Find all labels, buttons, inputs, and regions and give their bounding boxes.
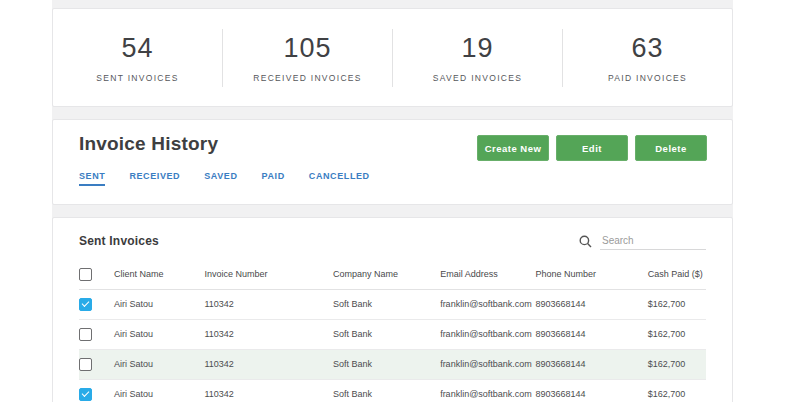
table-cell: franklin@softbank.com — [440, 319, 535, 349]
table-cell: $162,700 — [648, 289, 706, 319]
table-cell: franklin@softbank.com — [440, 349, 535, 379]
table-cell: Soft Bank — [333, 379, 440, 402]
history-tabs: SENTRECEIVEDSAVEDPAIDCANCELLED — [79, 171, 706, 186]
column-header: Company Name — [333, 260, 440, 289]
table-cell: $162,700 — [648, 319, 706, 349]
table-row[interactable]: Airi Satou110342Soft Bankfranklin@softba… — [79, 379, 706, 402]
select-all-header — [79, 260, 114, 289]
row-checkbox[interactable] — [79, 388, 92, 401]
row-checkbox[interactable] — [79, 298, 92, 311]
table-row[interactable]: Airi Satou110342Soft Bankfranklin@softba… — [79, 319, 706, 349]
table-toolbar: Sent Invoices — [79, 218, 706, 260]
table-cell: Soft Bank — [333, 319, 440, 349]
create-new-button[interactable]: Create New — [477, 135, 549, 161]
table-header-row: Client NameInvoice NumberCompany NameEma… — [79, 260, 706, 289]
stat-value: 54 — [121, 33, 153, 64]
table-cell: 8903668144 — [535, 379, 647, 402]
delete-button[interactable]: Delete — [635, 135, 707, 161]
tab-cancelled[interactable]: CANCELLED — [309, 171, 370, 186]
search-box — [579, 232, 706, 250]
table-cell: 110342 — [204, 319, 333, 349]
table-cell: Airi Satou — [114, 349, 204, 379]
row-checkbox-cell — [79, 379, 114, 402]
table-cell: Airi Satou — [114, 319, 204, 349]
table-cell: 8903668144 — [535, 319, 647, 349]
row-checkbox[interactable] — [79, 358, 92, 371]
stats-card: 54 SENT INVOICES 105 RECEIVED INVOICES 1… — [52, 8, 733, 107]
table-cell: Soft Bank — [333, 289, 440, 319]
row-checkbox-cell — [79, 289, 114, 319]
content-column: 54 SENT INVOICES 105 RECEIVED INVOICES 1… — [52, 0, 733, 402]
page: 54 SENT INVOICES 105 RECEIVED INVOICES 1… — [0, 0, 800, 402]
invoices-table: Client NameInvoice NumberCompany NameEma… — [79, 260, 706, 402]
table-row[interactable]: Airi Satou110342Soft Bankfranklin@softba… — [79, 349, 706, 379]
column-header: Client Name — [114, 260, 204, 289]
table-cell: Soft Bank — [333, 349, 440, 379]
table-cell: 110342 — [204, 289, 333, 319]
column-header: Cash Paid ($) — [648, 260, 706, 289]
column-header: Phone Number — [535, 260, 647, 289]
table-title: Sent Invoices — [79, 234, 159, 248]
table-row[interactable]: Airi Satou110342Soft Bankfranklin@softba… — [79, 289, 706, 319]
column-header: Email Address — [440, 260, 535, 289]
table-cell: 8903668144 — [535, 349, 647, 379]
stat-item: 63 PAID INVOICES — [562, 29, 732, 87]
search-icon — [579, 235, 592, 248]
invoice-history-card: Invoice History Create NewEditDelete SEN… — [52, 119, 733, 205]
table-card: Sent Invoices Client NameInvoice Numbe — [52, 217, 733, 402]
stat-label: SAVED INVOICES — [433, 73, 522, 83]
tab-sent[interactable]: SENT — [79, 171, 105, 186]
select-all-checkbox[interactable] — [79, 268, 92, 281]
stat-item: 54 SENT INVOICES — [53, 29, 222, 87]
row-checkbox-cell — [79, 349, 114, 379]
stat-item: 19 SAVED INVOICES — [392, 29, 562, 87]
search-input[interactable] — [600, 232, 706, 250]
table-cell: 8903668144 — [535, 289, 647, 319]
column-header: Invoice Number — [204, 260, 333, 289]
stat-label: RECEIVED INVOICES — [253, 73, 362, 83]
action-buttons: Create NewEditDelete — [477, 135, 707, 161]
table-cell: Airi Satou — [114, 379, 204, 402]
stat-label: SENT INVOICES — [96, 73, 178, 83]
tab-saved[interactable]: SAVED — [204, 171, 237, 186]
stat-value: 19 — [461, 33, 493, 64]
row-checkbox[interactable] — [79, 328, 92, 341]
table-cell: 110342 — [204, 379, 333, 402]
table-cell: $162,700 — [648, 349, 706, 379]
stat-label: PAID INVOICES — [608, 73, 687, 83]
table-cell: 110342 — [204, 349, 333, 379]
table-cell: franklin@softbank.com — [440, 289, 535, 319]
table-cell: $162,700 — [648, 379, 706, 402]
tab-paid[interactable]: PAID — [262, 171, 285, 186]
stat-value: 63 — [631, 33, 663, 64]
table-cell: franklin@softbank.com — [440, 379, 535, 402]
table-cell: Airi Satou — [114, 289, 204, 319]
stat-value: 105 — [283, 33, 331, 64]
stat-item: 105 RECEIVED INVOICES — [222, 29, 392, 87]
table-body: Airi Satou110342Soft Bankfranklin@softba… — [79, 289, 706, 402]
tab-received[interactable]: RECEIVED — [129, 171, 180, 186]
row-checkbox-cell — [79, 319, 114, 349]
edit-button[interactable]: Edit — [556, 135, 628, 161]
